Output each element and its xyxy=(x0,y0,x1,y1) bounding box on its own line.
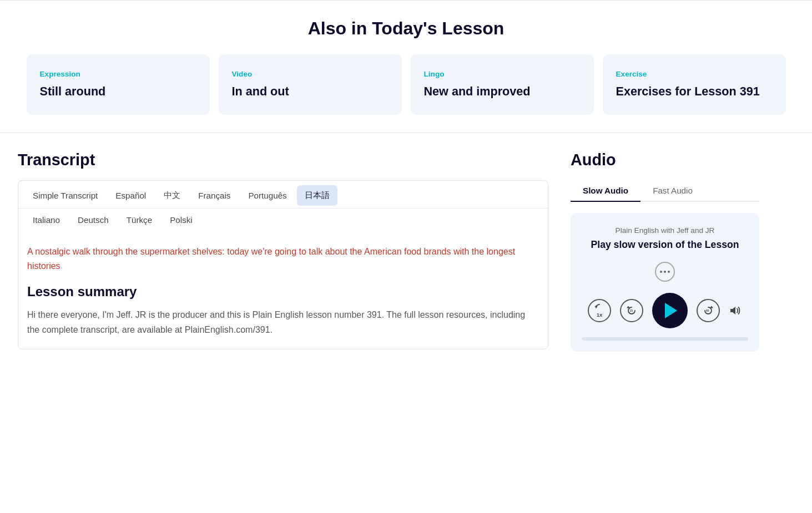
forward-60-button[interactable]: 60 xyxy=(697,299,720,322)
main-content: Transcript Simple TranscriptEspañol中文Fra… xyxy=(0,133,777,352)
transcript-tab-francais[interactable]: Français xyxy=(190,185,238,206)
card-expression[interactable]: Expression Still around xyxy=(27,54,210,115)
lesson-summary-heading: Lesson summary xyxy=(27,284,539,299)
menu-icon[interactable] xyxy=(655,262,675,282)
card-exercise[interactable]: Exercise Exercises for Lesson 391 xyxy=(603,54,786,115)
svg-point-0 xyxy=(660,271,662,273)
page-title: Also in Today's Lesson xyxy=(0,1,812,54)
transcript-tab-chinese[interactable]: 中文 xyxy=(156,185,188,206)
audio-player-card: Plain English with Jeff and JR Play slow… xyxy=(571,213,759,352)
card-category: Exercise xyxy=(616,70,773,78)
transcript-tab-polski[interactable]: Polski xyxy=(162,211,200,229)
svg-text:15: 15 xyxy=(630,309,633,312)
lesson-summary-text: Hi there everyone, I'm Jeff. JR is the p… xyxy=(27,307,539,337)
card-video[interactable]: Video In and out xyxy=(219,54,402,115)
lesson-cards-row: Expression Still around Video In and out… xyxy=(0,54,812,133)
card-category: Expression xyxy=(40,70,196,78)
audio-tab-fast[interactable]: Fast Audio xyxy=(640,180,705,202)
card-title: New and improved xyxy=(424,84,581,99)
rewind-1x-button[interactable]: 1x xyxy=(588,299,611,322)
transcript-tabs-row2: ItalianoDeutschTürkçePolski xyxy=(18,209,548,233)
svg-marker-6 xyxy=(710,306,713,308)
transcript-tabs-row1: Simple TranscriptEspañol中文FrançaisPortug… xyxy=(18,181,548,209)
svg-text:60: 60 xyxy=(706,309,709,312)
transcript-tab-portugues[interactable]: Português xyxy=(240,185,294,206)
transcript-tabs-container: Simple TranscriptEspañol中文FrançaisPortug… xyxy=(18,180,548,349)
player-controls: 1x 15 xyxy=(582,293,748,328)
transcript-tab-simple[interactable]: Simple Transcript xyxy=(25,185,105,206)
transcript-section: Transcript Simple TranscriptEspañol中文Fra… xyxy=(18,151,571,352)
audio-heading: Audio xyxy=(571,151,759,169)
svg-point-1 xyxy=(664,271,666,273)
card-title: Still around xyxy=(40,84,196,99)
card-lingo[interactable]: Lingo New and improved xyxy=(411,54,594,115)
transcript-heading: Transcript xyxy=(18,151,548,169)
audio-section: Audio Slow AudioFast Audio Plain English… xyxy=(571,151,759,352)
back-15-button[interactable]: 15 xyxy=(620,299,643,322)
transcript-tab-deutsch[interactable]: Deutsch xyxy=(70,211,117,229)
card-category: Video xyxy=(232,70,389,78)
card-title: Exercises for Lesson 391 xyxy=(616,84,773,99)
svg-marker-4 xyxy=(627,306,630,308)
play-button[interactable] xyxy=(652,293,688,328)
transcript-intro: A nostalgic walk through the supermarket… xyxy=(27,245,539,273)
audio-tabs: Slow AudioFast Audio xyxy=(571,180,759,202)
player-subtitle: Plain English with Jeff and JR xyxy=(582,226,748,235)
transcript-tab-italiano[interactable]: Italiano xyxy=(25,211,68,229)
transcript-tab-espanol[interactable]: Español xyxy=(108,185,154,206)
svg-point-2 xyxy=(668,271,670,273)
transcript-body: A nostalgic walk through the supermarket… xyxy=(18,233,548,349)
transcript-tab-turkce[interactable]: Türkçe xyxy=(119,211,160,229)
svg-marker-8 xyxy=(730,307,735,314)
player-title: Play slow version of the Lesson xyxy=(582,238,748,252)
transcript-tab-japanese[interactable]: 日本語 xyxy=(297,185,337,206)
card-category: Lingo xyxy=(424,70,581,78)
card-title: In and out xyxy=(232,84,389,99)
audio-tab-slow[interactable]: Slow Audio xyxy=(571,180,640,202)
volume-button[interactable] xyxy=(729,304,742,317)
progress-bar[interactable] xyxy=(582,337,748,341)
rewind-label: 1x xyxy=(597,312,603,318)
